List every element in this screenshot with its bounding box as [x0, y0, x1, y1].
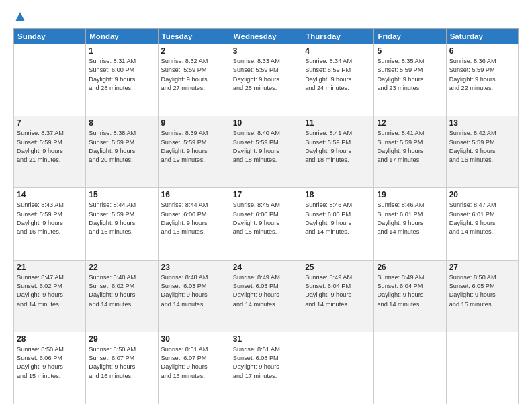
calendar-page: SundayMondayTuesdayWednesdayThursdayFrid…: [0, 0, 532, 411]
day-number: 12: [377, 118, 443, 128]
day-number: 27: [449, 263, 515, 272]
calendar-cell: 29Sunrise: 8:50 AMSunset: 6:07 PMDayligh…: [86, 332, 158, 404]
col-header-thursday: Thursday: [302, 29, 374, 44]
day-number: 20: [449, 190, 515, 199]
day-info: Sunrise: 8:49 AMSunset: 6:04 PMDaylight:…: [377, 273, 443, 309]
calendar-cell: 26Sunrise: 8:49 AMSunset: 6:04 PMDayligh…: [374, 260, 446, 332]
day-info: Sunrise: 8:46 AMSunset: 6:01 PMDaylight:…: [377, 201, 443, 236]
calendar-cell: 17Sunrise: 8:45 AMSunset: 6:00 PMDayligh…: [230, 188, 302, 260]
col-header-sunday: Sunday: [14, 29, 86, 44]
calendar-cell: 15Sunrise: 8:44 AMSunset: 5:59 PMDayligh…: [86, 188, 158, 260]
calendar-week-row: 7Sunrise: 8:37 AMSunset: 5:59 PMDaylight…: [14, 116, 519, 188]
day-number: 8: [89, 118, 154, 128]
logo: [13, 11, 25, 24]
day-info: Sunrise: 8:41 AMSunset: 5:59 PMDaylight:…: [377, 129, 443, 165]
day-info: Sunrise: 8:36 AMSunset: 5:59 PMDaylight:…: [449, 57, 515, 93]
day-info: Sunrise: 8:38 AMSunset: 5:59 PMDaylight:…: [89, 129, 154, 165]
day-number: 3: [233, 46, 299, 56]
day-info: Sunrise: 8:50 AMSunset: 6:06 PMDaylight:…: [17, 345, 83, 381]
day-info: Sunrise: 8:34 AMSunset: 5:59 PMDaylight:…: [305, 57, 371, 93]
day-info: Sunrise: 8:46 AMSunset: 6:00 PMDaylight:…: [305, 201, 371, 236]
day-info: Sunrise: 8:51 AMSunset: 6:08 PMDaylight:…: [233, 345, 299, 381]
day-number: 2: [161, 46, 227, 56]
calendar-cell: 19Sunrise: 8:46 AMSunset: 6:01 PMDayligh…: [374, 188, 446, 260]
day-number: 4: [305, 46, 371, 56]
calendar-cell: 9Sunrise: 8:39 AMSunset: 5:59 PMDaylight…: [158, 116, 230, 188]
calendar-cell: [446, 332, 518, 404]
header: [13, 11, 519, 24]
day-number: 7: [17, 118, 83, 128]
calendar-cell: 27Sunrise: 8:50 AMSunset: 6:05 PMDayligh…: [446, 260, 518, 332]
calendar-cell: 25Sunrise: 8:49 AMSunset: 6:04 PMDayligh…: [302, 260, 374, 332]
day-info: Sunrise: 8:42 AMSunset: 5:59 PMDaylight:…: [449, 129, 515, 165]
day-number: 31: [233, 334, 299, 344]
calendar-week-row: 28Sunrise: 8:50 AMSunset: 6:06 PMDayligh…: [14, 332, 519, 404]
day-number: 23: [161, 263, 227, 272]
calendar-cell: 7Sunrise: 8:37 AMSunset: 5:59 PMDaylight…: [14, 116, 86, 188]
day-info: Sunrise: 8:47 AMSunset: 6:01 PMDaylight:…: [449, 201, 515, 236]
day-info: Sunrise: 8:44 AMSunset: 6:00 PMDaylight:…: [161, 201, 227, 236]
day-number: 17: [233, 190, 299, 199]
day-number: 28: [17, 334, 83, 344]
day-number: 10: [233, 118, 299, 128]
day-number: 1: [89, 46, 154, 56]
col-header-friday: Friday: [374, 29, 446, 44]
calendar-cell: 21Sunrise: 8:47 AMSunset: 6:02 PMDayligh…: [14, 260, 86, 332]
day-info: Sunrise: 8:48 AMSunset: 6:03 PMDaylight:…: [161, 273, 227, 309]
col-header-saturday: Saturday: [446, 29, 518, 44]
day-number: 29: [89, 334, 154, 344]
day-number: 22: [89, 263, 154, 272]
calendar-cell: 18Sunrise: 8:46 AMSunset: 6:00 PMDayligh…: [302, 188, 374, 260]
day-number: 13: [449, 118, 515, 128]
day-number: 21: [17, 263, 83, 272]
day-info: Sunrise: 8:31 AMSunset: 6:00 PMDaylight:…: [89, 57, 154, 93]
calendar-cell: 31Sunrise: 8:51 AMSunset: 6:08 PMDayligh…: [230, 332, 302, 404]
day-info: Sunrise: 8:40 AMSunset: 5:59 PMDaylight:…: [233, 129, 299, 165]
calendar-cell: 8Sunrise: 8:38 AMSunset: 5:59 PMDaylight…: [86, 116, 158, 188]
day-number: 24: [233, 263, 299, 272]
col-header-tuesday: Tuesday: [158, 29, 230, 44]
calendar-cell: 30Sunrise: 8:51 AMSunset: 6:07 PMDayligh…: [158, 332, 230, 404]
calendar-header-row: SundayMondayTuesdayWednesdayThursdayFrid…: [14, 29, 519, 44]
col-header-monday: Monday: [86, 29, 158, 44]
calendar-cell: 14Sunrise: 8:43 AMSunset: 5:59 PMDayligh…: [14, 188, 86, 260]
day-number: 14: [17, 190, 83, 199]
calendar-cell: 13Sunrise: 8:42 AMSunset: 5:59 PMDayligh…: [446, 116, 518, 188]
day-info: Sunrise: 8:33 AMSunset: 5:59 PMDaylight:…: [233, 57, 299, 93]
day-info: Sunrise: 8:51 AMSunset: 6:07 PMDaylight:…: [161, 345, 227, 381]
calendar-cell: 23Sunrise: 8:48 AMSunset: 6:03 PMDayligh…: [158, 260, 230, 332]
day-number: 15: [89, 190, 154, 199]
day-number: 5: [377, 46, 443, 56]
day-info: Sunrise: 8:45 AMSunset: 6:00 PMDaylight:…: [233, 201, 299, 236]
calendar-cell: [374, 332, 446, 404]
calendar-week-row: 14Sunrise: 8:43 AMSunset: 5:59 PMDayligh…: [14, 188, 519, 260]
calendar-cell: 12Sunrise: 8:41 AMSunset: 5:59 PMDayligh…: [374, 116, 446, 188]
calendar-cell: 10Sunrise: 8:40 AMSunset: 5:59 PMDayligh…: [230, 116, 302, 188]
day-info: Sunrise: 8:43 AMSunset: 5:59 PMDaylight:…: [17, 201, 83, 236]
day-info: Sunrise: 8:50 AMSunset: 6:07 PMDaylight:…: [89, 345, 154, 381]
day-info: Sunrise: 8:37 AMSunset: 5:59 PMDaylight:…: [17, 129, 83, 165]
calendar-cell: 6Sunrise: 8:36 AMSunset: 5:59 PMDaylight…: [446, 44, 518, 116]
calendar-cell: 1Sunrise: 8:31 AMSunset: 6:00 PMDaylight…: [86, 44, 158, 116]
day-number: 25: [305, 263, 371, 272]
calendar-cell: [14, 44, 86, 116]
calendar-week-row: 1Sunrise: 8:31 AMSunset: 6:00 PMDaylight…: [14, 44, 519, 116]
day-info: Sunrise: 8:49 AMSunset: 6:03 PMDaylight:…: [233, 273, 299, 309]
calendar-cell: 11Sunrise: 8:41 AMSunset: 5:59 PMDayligh…: [302, 116, 374, 188]
calendar-cell: 3Sunrise: 8:33 AMSunset: 5:59 PMDaylight…: [230, 44, 302, 116]
day-info: Sunrise: 8:44 AMSunset: 5:59 PMDaylight:…: [89, 201, 154, 236]
logo-triangle-icon: [15, 12, 25, 24]
day-number: 6: [449, 46, 515, 56]
day-info: Sunrise: 8:49 AMSunset: 6:04 PMDaylight:…: [305, 273, 371, 309]
day-number: 18: [305, 190, 371, 199]
calendar-cell: 28Sunrise: 8:50 AMSunset: 6:06 PMDayligh…: [14, 332, 86, 404]
day-number: 11: [305, 118, 371, 128]
day-number: 16: [161, 190, 227, 199]
day-number: 26: [377, 263, 443, 272]
calendar-cell: [302, 332, 374, 404]
calendar-cell: 2Sunrise: 8:32 AMSunset: 5:59 PMDaylight…: [158, 44, 230, 116]
day-info: Sunrise: 8:35 AMSunset: 5:59 PMDaylight:…: [377, 57, 443, 93]
calendar-table: SundayMondayTuesdayWednesdayThursdayFrid…: [13, 28, 519, 404]
day-number: 9: [161, 118, 227, 128]
calendar-cell: 4Sunrise: 8:34 AMSunset: 5:59 PMDaylight…: [302, 44, 374, 116]
